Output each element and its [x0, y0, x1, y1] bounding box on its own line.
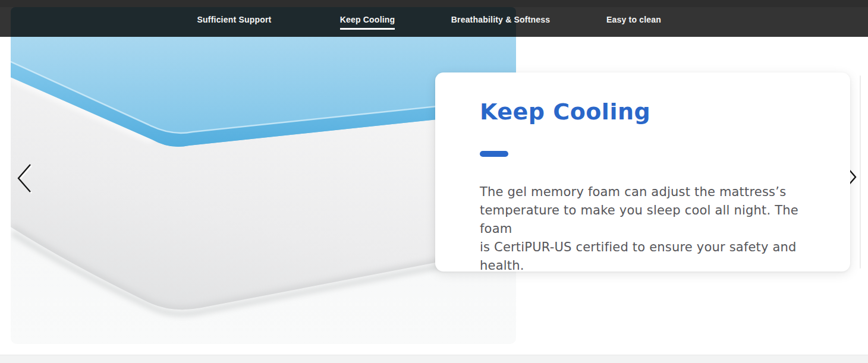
tab-label: Breathability & Softness: [451, 15, 551, 30]
tab-breathability-softness[interactable]: Breathability & Softness: [434, 7, 567, 37]
feature-card: Keep Cooling The gel memory foam can adj…: [435, 72, 850, 272]
tab-label-active: Keep Cooling: [340, 15, 395, 30]
body-line: temperature to make you sleep cool all n…: [480, 201, 814, 238]
body-line: is CertiPUR-US certified to ensure your …: [480, 238, 814, 275]
next-slide-card-edge: [860, 75, 861, 269]
next-section-strip: [0, 355, 868, 363]
accent-dash: [480, 151, 508, 157]
tab-keep-cooling[interactable]: Keep Cooling: [301, 7, 434, 37]
body-line: The gel memory foam can adjust the mattr…: [480, 183, 814, 201]
carousel-prev-button[interactable]: [14, 162, 36, 195]
feature-card-title: Keep Cooling: [480, 99, 814, 125]
feature-tab-bar: Sufficient Support Keep Cooling Breathab…: [0, 7, 868, 37]
feature-card-body: The gel memory foam can adjust the mattr…: [480, 183, 814, 275]
tab-easy-to-clean[interactable]: Easy to clean: [567, 7, 700, 37]
section-top-strip: [0, 0, 868, 7]
chevron-left-icon: [14, 162, 36, 195]
feature-carousel-section: Sufficient Support Keep Cooling Breathab…: [0, 0, 868, 363]
tab-sufficient-support[interactable]: Sufficient Support: [168, 7, 301, 37]
feature-tabs: Sufficient Support Keep Cooling Breathab…: [168, 7, 700, 37]
tab-label: Sufficient Support: [197, 15, 272, 30]
tab-label: Easy to clean: [606, 15, 661, 30]
